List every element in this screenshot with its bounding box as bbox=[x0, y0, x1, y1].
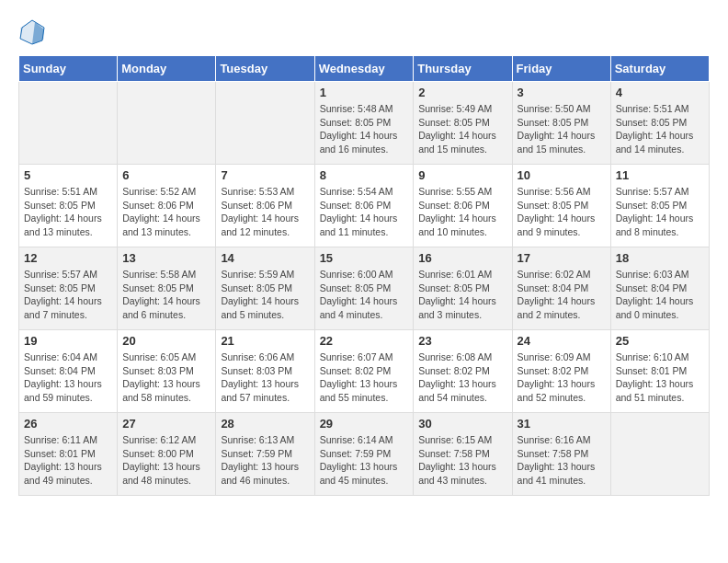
calendar-week-row: 19Sunrise: 6:04 AMSunset: 8:04 PMDayligh… bbox=[19, 330, 710, 413]
calendar-cell: 15Sunrise: 6:00 AMSunset: 8:05 PMDayligh… bbox=[314, 247, 414, 330]
day-info: Sunrise: 6:06 AMSunset: 8:03 PMDaylight:… bbox=[221, 350, 309, 405]
day-number: 27 bbox=[122, 417, 210, 431]
calendar-cell: 19Sunrise: 6:04 AMSunset: 8:04 PMDayligh… bbox=[19, 330, 118, 413]
day-number: 6 bbox=[122, 168, 210, 182]
day-info: Sunrise: 6:16 AMSunset: 7:58 PMDaylight:… bbox=[518, 433, 606, 488]
day-info: Sunrise: 5:56 AMSunset: 8:05 PMDaylight:… bbox=[518, 185, 606, 239]
calendar-week-row: 5Sunrise: 5:51 AMSunset: 8:05 PMDaylight… bbox=[19, 165, 710, 247]
calendar-cell: 10Sunrise: 5:56 AMSunset: 8:05 PMDayligh… bbox=[512, 165, 610, 247]
calendar-cell: 24Sunrise: 6:09 AMSunset: 8:02 PMDayligh… bbox=[512, 330, 610, 413]
day-number: 23 bbox=[418, 334, 506, 348]
calendar-cell bbox=[118, 82, 216, 165]
day-number: 15 bbox=[320, 251, 409, 265]
day-info: Sunrise: 6:07 AMSunset: 8:02 PMDaylight:… bbox=[320, 350, 409, 405]
calendar-cell bbox=[19, 82, 118, 165]
calendar-day-header: Friday bbox=[512, 56, 610, 82]
day-number: 14 bbox=[221, 251, 309, 265]
calendar-cell: 9Sunrise: 5:55 AMSunset: 8:06 PMDaylight… bbox=[414, 165, 512, 247]
calendar-cell: 28Sunrise: 6:13 AMSunset: 7:59 PMDayligh… bbox=[216, 413, 314, 496]
day-number: 18 bbox=[616, 251, 704, 265]
calendar-cell: 17Sunrise: 6:02 AMSunset: 8:04 PMDayligh… bbox=[512, 247, 610, 330]
calendar-cell: 14Sunrise: 5:59 AMSunset: 8:05 PMDayligh… bbox=[216, 247, 314, 330]
calendar-cell bbox=[216, 82, 314, 165]
day-info: Sunrise: 6:04 AMSunset: 8:04 PMDaylight:… bbox=[24, 350, 112, 405]
calendar-day-header: Monday bbox=[118, 56, 216, 82]
calendar-day-header: Wednesday bbox=[314, 56, 414, 82]
day-number: 3 bbox=[518, 86, 606, 99]
day-info: Sunrise: 5:53 AMSunset: 8:06 PMDaylight:… bbox=[221, 185, 309, 239]
day-info: Sunrise: 6:14 AMSunset: 7:59 PMDaylight:… bbox=[320, 433, 409, 488]
day-number: 29 bbox=[320, 417, 409, 431]
day-info: Sunrise: 6:05 AMSunset: 8:03 PMDaylight:… bbox=[122, 350, 210, 405]
day-info: Sunrise: 5:57 AMSunset: 8:05 PMDaylight:… bbox=[616, 185, 704, 239]
day-number: 7 bbox=[221, 168, 309, 182]
calendar-cell: 7Sunrise: 5:53 AMSunset: 8:06 PMDaylight… bbox=[216, 165, 314, 247]
calendar-cell: 11Sunrise: 5:57 AMSunset: 8:05 PMDayligh… bbox=[610, 165, 709, 247]
day-info: Sunrise: 6:03 AMSunset: 8:04 PMDaylight:… bbox=[616, 268, 704, 322]
calendar-cell: 21Sunrise: 6:06 AMSunset: 8:03 PMDayligh… bbox=[216, 330, 314, 413]
calendar-cell: 18Sunrise: 6:03 AMSunset: 8:04 PMDayligh… bbox=[610, 247, 709, 330]
day-number: 12 bbox=[24, 251, 112, 265]
day-number: 10 bbox=[518, 168, 606, 182]
day-info: Sunrise: 6:11 AMSunset: 8:01 PMDaylight:… bbox=[24, 433, 112, 488]
calendar-cell: 20Sunrise: 6:05 AMSunset: 8:03 PMDayligh… bbox=[118, 330, 216, 413]
day-number: 25 bbox=[616, 334, 704, 348]
day-info: Sunrise: 5:50 AMSunset: 8:05 PMDaylight:… bbox=[518, 102, 606, 156]
calendar-header-row: SundayMondayTuesdayWednesdayThursdayFrid… bbox=[19, 56, 710, 82]
calendar-cell: 22Sunrise: 6:07 AMSunset: 8:02 PMDayligh… bbox=[314, 330, 414, 413]
calendar-cell: 25Sunrise: 6:10 AMSunset: 8:01 PMDayligh… bbox=[610, 330, 709, 413]
day-info: Sunrise: 6:01 AMSunset: 8:05 PMDaylight:… bbox=[418, 268, 506, 322]
day-number: 26 bbox=[24, 417, 112, 431]
day-info: Sunrise: 6:13 AMSunset: 7:59 PMDaylight:… bbox=[221, 433, 309, 488]
calendar-cell: 31Sunrise: 6:16 AMSunset: 7:58 PMDayligh… bbox=[512, 413, 610, 496]
day-number: 17 bbox=[518, 251, 606, 265]
calendar-day-header: Saturday bbox=[610, 56, 709, 82]
day-number: 1 bbox=[320, 86, 409, 99]
logo bbox=[18, 18, 50, 46]
day-number: 4 bbox=[616, 86, 704, 99]
day-number: 20 bbox=[122, 334, 210, 348]
day-number: 8 bbox=[320, 168, 409, 182]
calendar-cell: 8Sunrise: 5:54 AMSunset: 8:06 PMDaylight… bbox=[314, 165, 414, 247]
day-number: 19 bbox=[24, 334, 112, 348]
calendar-cell bbox=[610, 413, 709, 496]
day-info: Sunrise: 5:52 AMSunset: 8:06 PMDaylight:… bbox=[122, 185, 210, 239]
day-info: Sunrise: 6:08 AMSunset: 8:02 PMDaylight:… bbox=[418, 350, 506, 405]
calendar-day-header: Sunday bbox=[19, 56, 118, 82]
day-info: Sunrise: 5:59 AMSunset: 8:05 PMDaylight:… bbox=[221, 268, 309, 322]
day-number: 31 bbox=[518, 417, 606, 431]
calendar-cell: 6Sunrise: 5:52 AMSunset: 8:06 PMDaylight… bbox=[118, 165, 216, 247]
day-number: 9 bbox=[418, 168, 506, 182]
calendar-cell: 27Sunrise: 6:12 AMSunset: 8:00 PMDayligh… bbox=[118, 413, 216, 496]
calendar-week-row: 1Sunrise: 5:48 AMSunset: 8:05 PMDaylight… bbox=[19, 82, 710, 165]
day-info: Sunrise: 6:15 AMSunset: 7:58 PMDaylight:… bbox=[418, 433, 506, 488]
logo-icon bbox=[18, 18, 46, 46]
day-number: 21 bbox=[221, 334, 309, 348]
page-header bbox=[18, 18, 710, 46]
day-info: Sunrise: 6:09 AMSunset: 8:02 PMDaylight:… bbox=[518, 350, 606, 405]
calendar-cell: 30Sunrise: 6:15 AMSunset: 7:58 PMDayligh… bbox=[414, 413, 512, 496]
day-number: 30 bbox=[418, 417, 506, 431]
calendar-cell: 23Sunrise: 6:08 AMSunset: 8:02 PMDayligh… bbox=[414, 330, 512, 413]
calendar-cell: 29Sunrise: 6:14 AMSunset: 7:59 PMDayligh… bbox=[314, 413, 414, 496]
calendar-cell: 5Sunrise: 5:51 AMSunset: 8:05 PMDaylight… bbox=[19, 165, 118, 247]
calendar-cell: 26Sunrise: 6:11 AMSunset: 8:01 PMDayligh… bbox=[19, 413, 118, 496]
day-info: Sunrise: 5:55 AMSunset: 8:06 PMDaylight:… bbox=[418, 185, 506, 239]
day-info: Sunrise: 5:49 AMSunset: 8:05 PMDaylight:… bbox=[418, 102, 506, 156]
calendar-day-header: Tuesday bbox=[216, 56, 314, 82]
day-info: Sunrise: 5:48 AMSunset: 8:05 PMDaylight:… bbox=[320, 102, 409, 156]
calendar-cell: 2Sunrise: 5:49 AMSunset: 8:05 PMDaylight… bbox=[414, 82, 512, 165]
calendar-day-header: Thursday bbox=[414, 56, 512, 82]
day-info: Sunrise: 6:10 AMSunset: 8:01 PMDaylight:… bbox=[616, 350, 704, 405]
day-info: Sunrise: 6:12 AMSunset: 8:00 PMDaylight:… bbox=[122, 433, 210, 488]
day-info: Sunrise: 6:00 AMSunset: 8:05 PMDaylight:… bbox=[320, 268, 409, 322]
day-number: 16 bbox=[418, 251, 506, 265]
calendar-table: SundayMondayTuesdayWednesdayThursdayFrid… bbox=[18, 55, 710, 496]
day-info: Sunrise: 5:58 AMSunset: 8:05 PMDaylight:… bbox=[122, 268, 210, 322]
day-number: 22 bbox=[320, 334, 409, 348]
day-info: Sunrise: 6:02 AMSunset: 8:04 PMDaylight:… bbox=[518, 268, 606, 322]
day-info: Sunrise: 5:51 AMSunset: 8:05 PMDaylight:… bbox=[616, 102, 704, 156]
calendar-cell: 16Sunrise: 6:01 AMSunset: 8:05 PMDayligh… bbox=[414, 247, 512, 330]
calendar-cell: 12Sunrise: 5:57 AMSunset: 8:05 PMDayligh… bbox=[19, 247, 118, 330]
day-number: 28 bbox=[221, 417, 309, 431]
